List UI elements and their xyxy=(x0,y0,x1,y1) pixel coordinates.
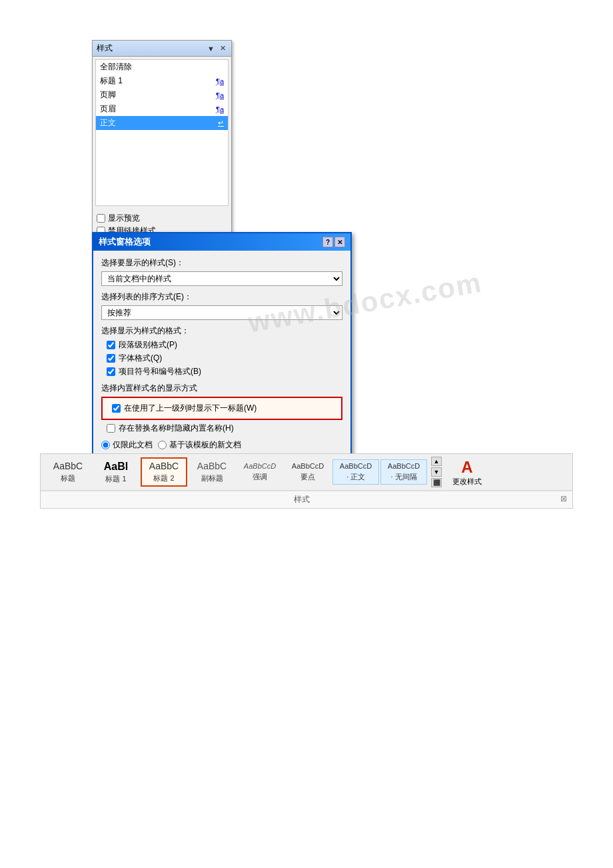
item-label: 页脚 xyxy=(100,89,116,101)
radio-new-doc-option[interactable]: 基于该模板的新文档 xyxy=(158,439,241,451)
radio-only-doc-label: 仅限此文档 xyxy=(113,439,153,451)
builtin-group: 选择内置样式名的显示方式 在使用了上一级列时显示下一标题(W) 存在替换名称时隐… xyxy=(101,383,342,434)
gallery-preview: AaBbCcD xyxy=(244,462,276,471)
cb-font-label: 字体格式(Q) xyxy=(119,353,162,364)
list-item[interactable]: 全部清除 xyxy=(96,60,228,74)
item-icon: ¶a xyxy=(216,77,224,85)
gallery-label: 副标题 xyxy=(201,473,223,483)
styles-panel-titlebar: 样式 ▼ ✕ xyxy=(93,41,231,57)
list-item[interactable]: 页脚 ¶a xyxy=(96,88,228,102)
gallery-nav-down[interactable]: ▼ xyxy=(431,467,442,477)
cb-show-next-row: 在使用了上一级列时显示下一标题(W) xyxy=(112,403,337,414)
gallery-nav-expand[interactable]: ⬛ xyxy=(431,478,442,487)
titlebar-buttons: ▼ ✕ xyxy=(206,44,227,53)
dialog-close-button[interactable]: ✕ xyxy=(334,237,345,247)
format-group: 选择显示为样式的格式： 段落级别格式(P) 字体格式(Q) 项目符号和编号格式(… xyxy=(101,325,342,377)
dialog-titlebar: 样式窗格选项 ? ✕ xyxy=(93,233,350,251)
gallery-footer: 样式 ⊠ xyxy=(41,491,572,508)
gallery-label: 标题 2 xyxy=(153,473,174,483)
pin-icon[interactable]: ▼ xyxy=(206,45,216,53)
gallery-footer-label: 样式 xyxy=(294,495,310,504)
gallery-label: 强调 xyxy=(253,472,267,482)
gallery-preview: AaBbCcD xyxy=(340,462,372,471)
gallery-item-body[interactable]: AaBbCcD · 正文 xyxy=(332,459,379,485)
gallery-item-subtitle[interactable]: AaBbC 副标题 xyxy=(189,458,235,486)
gallery-label: · 无间隔 xyxy=(390,472,416,482)
dialog-body: 选择要显示的样式(S)： 当前文档中的样式 选择列表的排序方式(E)： 按推荐 … xyxy=(93,251,350,461)
cb-bullet-row: 项目符号和编号格式(B) xyxy=(107,366,342,377)
gallery-preview: AaBbCcD xyxy=(292,462,324,471)
gallery-footer-icon: ⊠ xyxy=(560,494,567,503)
gallery-nav: ▲ ▼ ⬛ xyxy=(431,457,442,487)
cb-bullet-label: 项目符号和编号格式(B) xyxy=(119,366,201,377)
cb-font-row: 字体格式(Q) xyxy=(107,353,342,364)
gallery-nav-up[interactable]: ▲ xyxy=(431,457,442,466)
radio-new-doc[interactable] xyxy=(158,441,167,449)
radio-new-doc-label: 基于该模板的新文档 xyxy=(169,439,241,451)
item-icon: ¶a xyxy=(216,91,224,99)
item-icon: ↵ xyxy=(218,119,224,127)
item-label: 标题 1 xyxy=(100,75,123,87)
select-display-label: 选择要显示的样式(S)： xyxy=(101,257,342,269)
styles-panel: 样式 ▼ ✕ 全部清除 标题 1 ¶a 页脚 ¶a 页眉 ¶a 正文 ↵ xyxy=(92,40,232,262)
dialog-help-button[interactable]: ? xyxy=(322,237,333,247)
gallery-label: 标题 1 xyxy=(105,474,126,484)
gallery-item-emphasis[interactable]: AaBbCcD 强调 xyxy=(237,459,283,485)
item-icon: ¶a xyxy=(216,105,224,113)
list-item-selected[interactable]: 正文 ↵ xyxy=(96,116,228,130)
cb-paragraph-label: 段落级别格式(P) xyxy=(119,339,177,351)
radio-group: 仅限此文档 基于该模板的新文档 xyxy=(101,439,342,451)
item-label: 页眉 xyxy=(100,103,116,115)
radio-only-doc-option[interactable]: 仅限此文档 xyxy=(101,439,153,451)
gallery-item-keypoint[interactable]: AaBbCcD 要点 xyxy=(285,459,331,485)
show-preview-label: 显示预览 xyxy=(108,213,140,224)
select-format-label: 选择显示为样式的格式： xyxy=(101,325,342,337)
select-display-dropdown[interactable]: 当前文档中的样式 xyxy=(101,271,342,286)
gallery-label: 标题 xyxy=(61,473,75,483)
show-preview-row: 显示预览 xyxy=(97,213,227,224)
list-item[interactable]: 页眉 ¶a xyxy=(96,102,228,116)
gallery-items-row: AaBbC 标题 AaBl 标题 1 AaBbC 标题 2 AaBbC 副标题 … xyxy=(41,454,572,491)
gallery-preview: AaBbC xyxy=(53,461,83,472)
gallery-preview: AaBbC xyxy=(149,461,179,472)
styles-panel-title: 样式 xyxy=(97,43,113,54)
select-sort-label: 选择列表的排序方式(E)： xyxy=(101,291,342,303)
cb-paragraph-row: 段落级别格式(P) xyxy=(107,339,342,351)
gallery-item-title[interactable]: AaBbC 标题 xyxy=(45,458,91,486)
show-preview-checkbox[interactable] xyxy=(97,214,105,223)
gallery-preview: AaBl xyxy=(104,460,128,473)
cb-hide-alias-label: 存在替换名称时隐藏内置名称(H) xyxy=(119,423,234,434)
select-sort-dropdown[interactable]: 按推荐 xyxy=(101,305,342,320)
cb-font[interactable] xyxy=(107,354,115,363)
gallery-item-nospace[interactable]: AaBbCcD · 无间隔 xyxy=(380,459,427,485)
list-item[interactable]: 标题 1 ¶a xyxy=(96,74,228,88)
gallery-item-heading2[interactable]: AaBbC 标题 2 xyxy=(141,457,187,487)
styles-gallery: AaBbC 标题 AaBl 标题 1 AaBbC 标题 2 AaBbC 副标题 … xyxy=(40,453,573,509)
gallery-label: · 正文 xyxy=(346,472,365,482)
close-icon[interactable]: ✕ xyxy=(219,44,227,53)
change-styles-button[interactable]: A 更改样式 xyxy=(447,458,487,487)
gallery-preview: AaBbCcD xyxy=(388,462,420,471)
gallery-preview: AaBbC xyxy=(197,461,227,472)
cb-hide-alias-row: 存在替换名称时隐藏内置名称(H) xyxy=(107,423,342,434)
cb-show-next-label: 在使用了上一级列时显示下一标题(W) xyxy=(124,403,257,414)
radio-only-doc[interactable] xyxy=(101,441,110,449)
item-label: 全部清除 xyxy=(100,61,132,73)
select-builtin-label: 选择内置样式名的显示方式 xyxy=(101,383,342,394)
cb-bullet[interactable] xyxy=(107,367,115,376)
gallery-item-heading1[interactable]: AaBl 标题 1 xyxy=(93,457,139,487)
change-styles-label: 更改样式 xyxy=(452,477,482,487)
dialog-title: 样式窗格选项 xyxy=(99,236,151,248)
highlighted-section: 在使用了上一级列时显示下一标题(W) xyxy=(101,397,342,420)
cb-paragraph[interactable] xyxy=(107,341,115,349)
cb-show-next[interactable] xyxy=(112,404,121,413)
gallery-label: 要点 xyxy=(301,472,315,482)
change-styles-icon: A xyxy=(461,458,472,477)
cb-hide-alias[interactable] xyxy=(107,424,115,433)
styles-list[interactable]: 全部清除 标题 1 ¶a 页脚 ¶a 页眉 ¶a 正文 ↵ xyxy=(95,59,229,206)
dialog-titlebar-buttons: ? ✕ xyxy=(322,237,345,247)
item-label: 正文 xyxy=(100,117,116,129)
